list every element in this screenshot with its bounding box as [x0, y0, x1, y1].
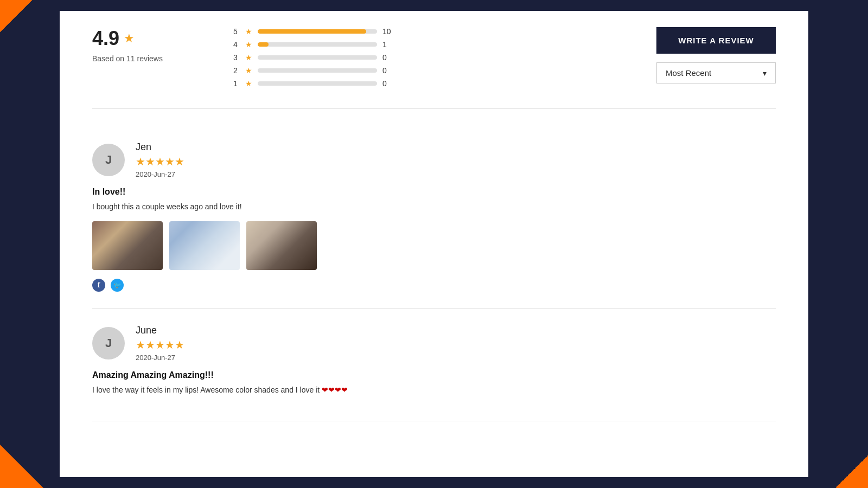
review-image-3[interactable]	[246, 221, 317, 270]
bar-label-2: 2	[233, 66, 240, 75]
overall-score: 4.9 ★	[92, 27, 212, 50]
review-title-june: Amazing Amazing Amazing!!!	[92, 370, 776, 380]
reviewer-date-june: 2020-Jun-27	[136, 354, 184, 362]
reviewer-info-june: June ★★★★★ 2020-Jun-27	[136, 325, 184, 362]
review-card-2: J June ★★★★★ 2020-Jun-27 Amazing Amazing…	[92, 309, 776, 421]
review-title-jen: In love!!	[92, 187, 776, 197]
overall-star-icon: ★	[124, 31, 135, 46]
facebook-share-icon[interactable]: f	[92, 279, 105, 292]
reviewer-header-2: J June ★★★★★ 2020-Jun-27	[92, 325, 776, 362]
bar-count-3: 0	[382, 53, 391, 62]
bar-track-5	[258, 29, 377, 34]
twitter-share-icon[interactable]: 🐦	[111, 279, 124, 292]
bar-row-4: 4 ★ 1	[233, 40, 635, 49]
reviewer-date-jen: 2020-Jun-27	[136, 170, 184, 178]
corner-decoration-br	[835, 455, 868, 488]
review-text-jen: I bought this a couple weeks ago and lov…	[92, 201, 776, 213]
review-card-1: J Jen ★★★★★ 2020-Jun-27 In love!! I boug…	[92, 125, 776, 309]
sort-label: Most Recent	[666, 68, 711, 78]
review-images-jen	[92, 221, 776, 270]
reviewer-info-jen: Jen ★★★★★ 2020-Jun-27	[136, 142, 184, 178]
bar-count-4: 1	[382, 40, 391, 49]
heart-emoji-2: ❤	[328, 386, 335, 394]
bar-star-5: ★	[245, 27, 252, 36]
bar-row-3: 3 ★ 0	[233, 53, 635, 62]
bar-track-4	[258, 42, 377, 47]
write-review-button[interactable]: WRITE A REVIEW	[656, 27, 776, 54]
bar-row-1: 1 ★ 0	[233, 79, 635, 88]
bar-star-1: ★	[245, 79, 252, 88]
review-image-2[interactable]	[169, 221, 240, 270]
bar-count-1: 0	[382, 79, 391, 88]
chevron-down-icon: ▾	[763, 69, 767, 78]
reviewer-stars-jen: ★★★★★	[136, 155, 184, 168]
bar-row-5: 5 ★ 10	[233, 27, 635, 36]
overall-number: 4.9	[92, 27, 119, 50]
sort-dropdown[interactable]: Most Recent ▾	[656, 62, 776, 84]
bar-fill-5	[258, 29, 366, 34]
bar-track-1	[258, 81, 377, 86]
reviewer-name-jen: Jen	[136, 142, 184, 153]
actions-section: WRITE A REVIEW Most Recent ▾	[656, 27, 776, 84]
main-container: 4.9 ★ Based on 11 reviews 5 ★ 10 4 ★	[60, 11, 808, 477]
rating-bars: 5 ★ 10 4 ★ 1 3 ★ 0	[212, 27, 656, 92]
summary-section: 4.9 ★ Based on 11 reviews 5 ★ 10 4 ★	[92, 27, 776, 109]
bar-star-4: ★	[245, 40, 252, 49]
bar-track-3	[258, 55, 377, 60]
corner-decoration-tr	[825, 0, 868, 43]
heart-emoji: ❤	[322, 386, 328, 394]
bar-label-4: 4	[233, 40, 240, 49]
corner-decoration-tl	[0, 0, 33, 33]
avatar-june: J	[92, 327, 125, 359]
reviewer-header-1: J Jen ★★★★★ 2020-Jun-27	[92, 142, 776, 178]
heart-emoji-4: ❤	[341, 386, 348, 394]
bar-label-1: 1	[233, 79, 240, 88]
bar-star-3: ★	[245, 53, 252, 62]
bar-track-2	[258, 68, 377, 73]
avatar-jen: J	[92, 144, 125, 176]
social-share-jen: f 🐦	[92, 279, 776, 292]
bar-label-5: 5	[233, 27, 240, 36]
bar-label-3: 3	[233, 53, 240, 62]
bar-fill-4	[258, 42, 269, 47]
heart-emoji-3: ❤	[335, 386, 341, 394]
overall-rating: 4.9 ★ Based on 11 reviews	[92, 27, 212, 63]
reviewer-stars-june: ★★★★★	[136, 338, 184, 351]
based-on-label: Based on 11 reviews	[92, 54, 212, 63]
review-text-june: I love the way it feels in my lips! Awes…	[92, 384, 776, 396]
reviewer-name-june: June	[136, 325, 184, 336]
corner-decoration-bl	[0, 445, 43, 488]
bar-row-2: 2 ★ 0	[233, 66, 635, 75]
bar-count-5: 10	[382, 27, 391, 36]
review-image-1[interactable]	[92, 221, 163, 270]
bar-star-2: ★	[245, 66, 252, 75]
bar-count-2: 0	[382, 66, 391, 75]
